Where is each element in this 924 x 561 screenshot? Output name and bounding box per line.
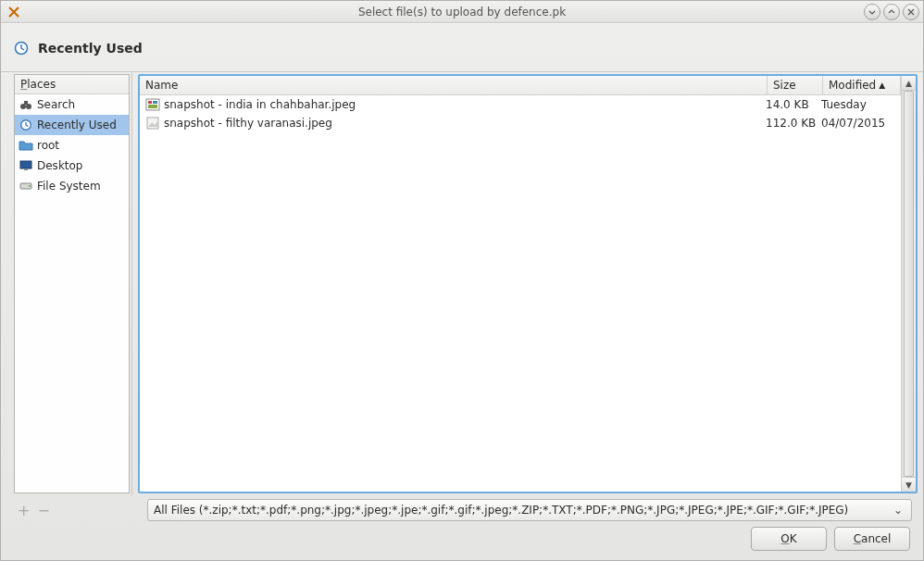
sort-asc-icon: ▲ <box>879 81 885 90</box>
location-header: Recently Used <box>1 23 923 72</box>
column-header-name[interactable]: Name <box>140 76 768 94</box>
drive-icon <box>19 179 33 193</box>
place-item-desktop[interactable]: Desktop <box>15 156 129 176</box>
file-name: snapshot - india in chahbahar.jpeg <box>164 98 356 111</box>
svg-rect-10 <box>148 101 152 104</box>
chevron-down-icon: ⌄ <box>891 504 905 517</box>
file-rows: snapshot - india in chahbahar.jpeg 14.0 … <box>140 95 901 492</box>
bookmark-controls: + − <box>14 502 144 519</box>
app-icon <box>6 5 21 19</box>
svg-rect-3 <box>24 101 28 105</box>
file-type-filter[interactable]: All Files (*.zip;*.txt;*.pdf;*.png;*.jpg… <box>147 499 912 521</box>
ok-button[interactable]: OK <box>751 527 827 551</box>
column-header-size[interactable]: Size <box>768 76 823 94</box>
add-bookmark-button[interactable]: + <box>18 502 30 519</box>
svg-point-8 <box>29 185 31 187</box>
place-label: Recently Used <box>37 118 117 131</box>
dialog-buttons: OK Cancel <box>14 527 912 551</box>
scroll-track[interactable] <box>902 91 916 477</box>
file-row[interactable]: snapshot - india in chahbahar.jpeg 14.0 … <box>140 95 901 114</box>
column-header-modified[interactable]: Modified▲ <box>823 76 901 94</box>
place-item-root[interactable]: root <box>15 135 129 156</box>
scrollbar[interactable]: ▲ ▼ <box>901 76 916 492</box>
minimize-button[interactable] <box>864 4 880 20</box>
place-label: Search <box>37 98 75 111</box>
file-area: Name Size Modified▲ snapshot - india in … <box>132 72 923 495</box>
image-icon <box>145 116 160 131</box>
scroll-thumb[interactable] <box>904 91 914 477</box>
cancel-button[interactable]: Cancel <box>834 527 910 551</box>
place-item-search[interactable]: Search <box>15 94 129 115</box>
place-label: root <box>37 139 59 152</box>
place-label: Desktop <box>37 159 83 172</box>
scroll-up-button[interactable]: ▲ <box>902 76 916 91</box>
maximize-button[interactable] <box>883 4 900 20</box>
body-area: Places Search Recently Used <box>1 72 923 495</box>
remove-bookmark-button[interactable]: − <box>37 502 49 519</box>
scroll-down-button[interactable]: ▼ <box>902 477 916 492</box>
bottom-area: + − All Files (*.zip;*.txt;*.pdf;*.png;*… <box>1 495 923 560</box>
svg-rect-5 <box>20 161 31 168</box>
svg-rect-6 <box>24 168 28 170</box>
close-button[interactable] <box>903 4 919 20</box>
place-label: File System <box>37 180 101 193</box>
column-headers: Name Size Modified▲ <box>140 76 901 95</box>
file-size: 112.0 KB <box>764 117 819 130</box>
place-item-filesystem[interactable]: File System <box>15 176 129 196</box>
file-size: 14.0 KB <box>764 98 819 111</box>
clock-icon <box>19 118 33 132</box>
file-dialog-window: Select file(s) to upload by defence.pk R… <box>0 0 924 561</box>
file-modified: Tuesday <box>819 98 897 111</box>
svg-rect-12 <box>148 105 157 108</box>
window-buttons <box>864 4 919 20</box>
clock-icon <box>14 41 29 56</box>
place-item-recently-used[interactable]: Recently Used <box>15 115 129 135</box>
location-heading: Recently Used <box>38 41 143 56</box>
desktop-icon <box>19 158 33 173</box>
file-modified: 04/07/2015 <box>819 117 897 130</box>
titlebar: Select file(s) to upload by defence.pk <box>1 1 923 23</box>
svg-rect-11 <box>153 101 157 104</box>
places-list: Places Search Recently Used <box>14 74 130 493</box>
file-table: Name Size Modified▲ snapshot - india in … <box>140 76 901 492</box>
file-name: snapshot - filthy varanasi.jpeg <box>164 117 332 130</box>
image-icon <box>145 97 160 112</box>
filter-label: All Files (*.zip;*.txt;*.pdf;*.png;*.jpg… <box>154 504 891 517</box>
binoculars-icon <box>19 97 33 112</box>
window-title: Select file(s) to upload by defence.pk <box>1 6 923 19</box>
folder-icon <box>19 138 33 153</box>
file-row[interactable]: snapshot - filthy varanasi.jpeg 112.0 KB… <box>140 114 901 132</box>
file-list-frame: Name Size Modified▲ snapshot - india in … <box>138 74 918 493</box>
places-header: Places <box>15 75 129 94</box>
places-panel: Places Search Recently Used <box>1 72 132 495</box>
